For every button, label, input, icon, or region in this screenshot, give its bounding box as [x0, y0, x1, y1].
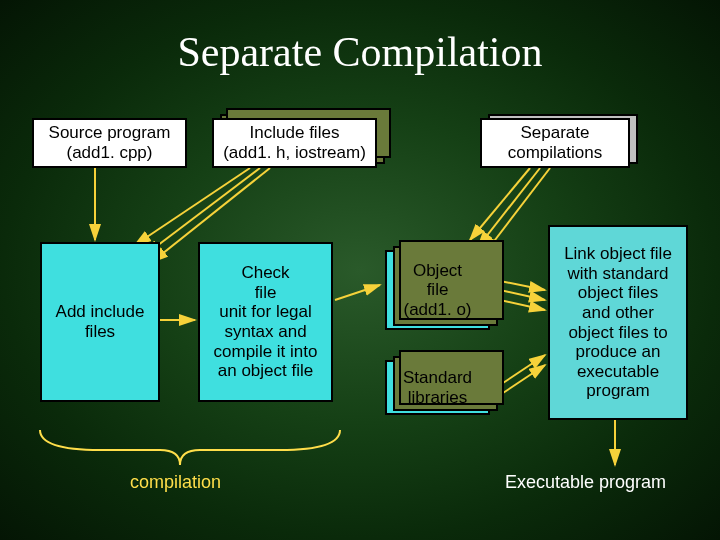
executable-program-label: Executable program — [505, 472, 666, 493]
object-file-box: Object file (add1. o) — [385, 250, 490, 330]
svg-line-11 — [500, 300, 545, 310]
link-object-box: Link object file with standard object fi… — [548, 225, 688, 420]
svg-line-6 — [470, 168, 530, 240]
svg-line-1 — [135, 168, 250, 245]
svg-line-5 — [335, 285, 380, 300]
add-include-files-box: Add include files — [40, 242, 160, 402]
compilation-label: compilation — [130, 472, 221, 493]
standard-libraries-box: Standard libraries — [385, 360, 490, 415]
svg-line-13 — [500, 365, 545, 395]
separate-compilations-box: Separate compilations — [480, 118, 630, 168]
svg-line-12 — [500, 355, 545, 385]
svg-line-7 — [478, 168, 540, 247]
svg-line-10 — [500, 290, 545, 300]
check-file-box: Check file unit for legal syntax and com… — [198, 242, 333, 402]
include-files-box: Include files (add1. h, iostream) — [212, 118, 377, 168]
source-program-box: Source program (add1. cpp) — [32, 118, 187, 168]
slide-title: Separate Compilation — [0, 28, 720, 76]
